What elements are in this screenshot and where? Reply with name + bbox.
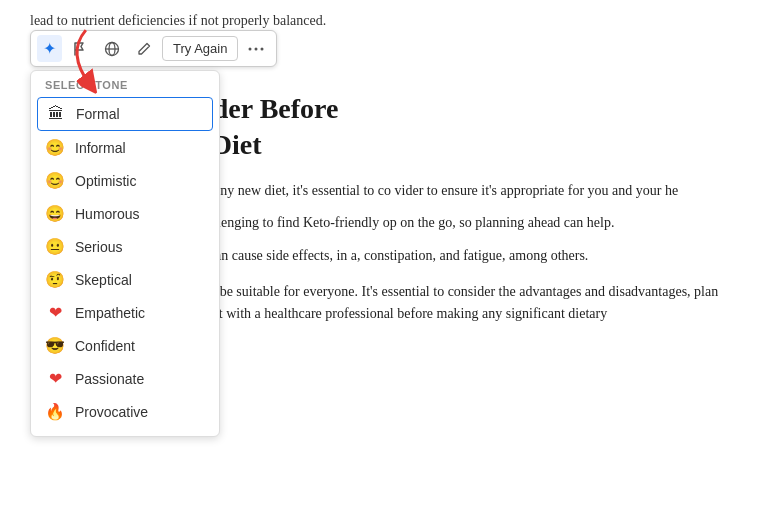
humorous-icon: 😄 [45, 204, 65, 223]
informal-icon: 😊 [45, 138, 65, 157]
tone-passionate[interactable]: ❤ Passionate [31, 362, 219, 395]
confident-icon: 😎 [45, 336, 65, 355]
confident-label: Confident [75, 338, 135, 354]
humorous-label: Humorous [75, 206, 140, 222]
svg-point-3 [249, 47, 252, 50]
formal-label: Formal [76, 106, 120, 122]
tone-informal[interactable]: 😊 Informal [31, 131, 219, 164]
more-button[interactable] [242, 43, 270, 55]
tone-confident[interactable]: 😎 Confident [31, 329, 219, 362]
toolbar: ✦ Try Again [30, 30, 277, 67]
empathetic-label: Empathetic [75, 305, 145, 321]
dropdown-title: SELECT TONE [31, 79, 219, 97]
passionate-icon: ❤ [45, 369, 65, 388]
serious-icon: 😐 [45, 237, 65, 256]
sparkle-button[interactable]: ✦ [37, 35, 62, 62]
tone-skeptical[interactable]: 🤨 Skeptical [31, 263, 219, 296]
edit-button[interactable] [130, 37, 158, 61]
optimistic-label: Optimistic [75, 173, 136, 189]
provocative-icon: 🔥 [45, 402, 65, 421]
globe-button[interactable] [98, 37, 126, 61]
top-text: lead to nutrient deficiencies if not pro… [30, 10, 736, 31]
tone-provocative[interactable]: 🔥 Provocative [31, 395, 219, 428]
svg-point-4 [255, 47, 258, 50]
tone-optimistic[interactable]: 😊 Optimistic [31, 164, 219, 197]
tone-empathetic[interactable]: ❤ Empathetic [31, 296, 219, 329]
skeptical-icon: 🤨 [45, 270, 65, 289]
optimistic-icon: 😊 [45, 171, 65, 190]
informal-label: Informal [75, 140, 126, 156]
formal-icon: 🏛 [46, 105, 66, 123]
provocative-label: Provocative [75, 404, 148, 420]
tone-humorous[interactable]: 😄 Humorous [31, 197, 219, 230]
tone-serious[interactable]: 😐 Serious [31, 230, 219, 263]
serious-label: Serious [75, 239, 122, 255]
svg-point-5 [261, 47, 264, 50]
skeptical-label: Skeptical [75, 272, 132, 288]
passionate-label: Passionate [75, 371, 144, 387]
tone-dropdown: SELECT TONE 🏛 Formal 😊 Informal 😊 Optimi… [30, 70, 220, 437]
try-again-button[interactable]: Try Again [162, 36, 238, 61]
empathetic-icon: ❤ [45, 303, 65, 322]
tone-formal[interactable]: 🏛 Formal [37, 97, 213, 131]
flag-button[interactable] [66, 37, 94, 61]
